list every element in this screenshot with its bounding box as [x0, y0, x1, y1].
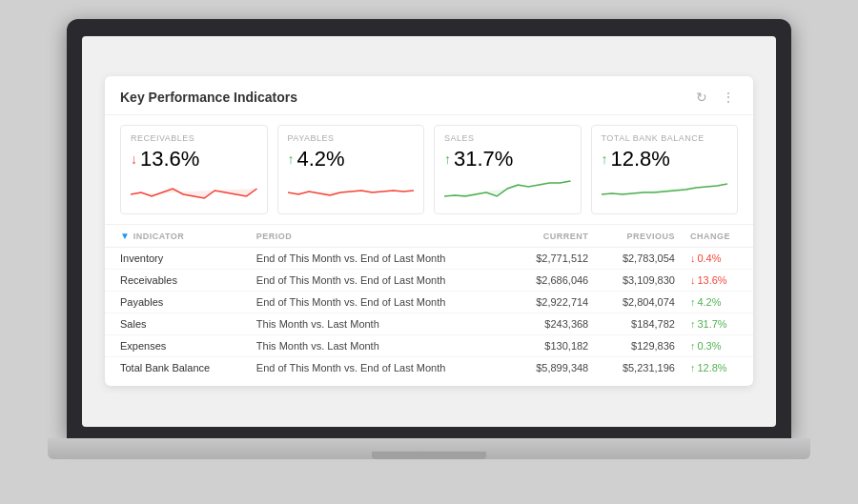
kpi-value-receivables: ↓ 13.6% — [131, 147, 257, 171]
cell-current-1: $2,686,046 — [510, 270, 597, 292]
col-header-period: PERIOD — [249, 225, 510, 248]
change-text-3: 31.7% — [697, 318, 726, 330]
change-text-5: 12.8% — [697, 362, 726, 373]
kpi-cards-row: RECEIVABLES ↓ 13.6% PAYABLES ↑ — [105, 115, 753, 225]
cell-previous-4: $129,836 — [596, 335, 683, 357]
table-row: InventoryEnd of This Month vs. End of La… — [105, 248, 753, 270]
sparkline-bank-balance — [602, 175, 728, 204]
kpi-table: ▼ INDICATOR PERIOD CURRENT PREVIOUS CHAN… — [105, 225, 753, 378]
laptop-base — [48, 438, 810, 459]
change-text-2: 4.2% — [697, 296, 721, 308]
arrow-up-bank-icon: ↑ — [602, 151, 608, 167]
col-header-current: CURRENT — [510, 225, 597, 248]
cell-previous-1: $3,109,830 — [596, 270, 683, 292]
kpi-label-payables: PAYABLES — [288, 133, 415, 143]
dashboard-panel: Key Performance Indicators ↻ ⋮ RECEIVABL… — [105, 76, 753, 386]
col-header-indicator: ▼ INDICATOR — [105, 225, 249, 248]
cell-indicator-5: Total Bank Balance — [105, 357, 249, 379]
cell-current-5: $5,899,348 — [510, 357, 597, 379]
cell-indicator-2: Payables — [105, 292, 249, 313]
sparkline-receivables — [131, 175, 257, 204]
change-text-4: 0.3% — [697, 340, 721, 352]
cell-indicator-3: Sales — [105, 313, 249, 335]
kpi-table-container: ▼ INDICATOR PERIOD CURRENT PREVIOUS CHAN… — [105, 225, 753, 386]
cell-indicator-4: Expenses — [105, 335, 249, 357]
screen: Key Performance Indicators ↻ ⋮ RECEIVABL… — [82, 36, 776, 427]
col-header-change: CHANGE — [683, 225, 753, 248]
refresh-icon[interactable]: ↻ — [692, 88, 711, 107]
screen-bezel: Key Performance Indicators ↻ ⋮ RECEIVABL… — [67, 19, 791, 438]
arrow-down-icon: ↓ — [131, 151, 137, 167]
cell-previous-5: $5,231,196 — [596, 357, 683, 379]
cell-indicator-0: Inventory — [105, 248, 249, 270]
change-up-icon: ↑ — [690, 340, 696, 352]
sort-indicator[interactable]: ▼ — [120, 231, 133, 241]
table-row: ExpensesThis Month vs. Last Month$130,18… — [105, 335, 753, 357]
table-row: PayablesEnd of This Month vs. End of Las… — [105, 292, 753, 313]
table-header-row: ▼ INDICATOR PERIOD CURRENT PREVIOUS CHAN… — [105, 225, 753, 248]
arrow-up-sales-icon: ↑ — [444, 151, 451, 167]
kpi-card-payables: PAYABLES ↑ 4.2% — [277, 125, 425, 214]
cell-current-3: $243,368 — [510, 313, 597, 335]
cell-previous-2: $2,804,074 — [596, 292, 683, 313]
cell-change-1: ↓ 13.6% — [683, 270, 753, 292]
change-text-0: 0.4% — [697, 252, 721, 264]
change-up-icon: ↑ — [690, 318, 696, 330]
change-text-1: 13.6% — [697, 274, 726, 286]
cell-change-5: ↑ 12.8% — [683, 357, 753, 379]
cell-change-4: ↑ 0.3% — [683, 335, 753, 357]
kpi-card-receivables: RECEIVABLES ↓ 13.6% — [120, 125, 268, 214]
cell-change-3: ↑ 31.7% — [683, 313, 753, 335]
kpi-value-bank-balance: ↑ 12.8% — [602, 147, 728, 171]
cell-previous-0: $2,783,054 — [596, 248, 683, 270]
laptop-shell: Key Performance Indicators ↻ ⋮ RECEIVABL… — [57, 19, 801, 486]
cell-current-2: $2,922,714 — [510, 292, 597, 313]
cell-change-0: ↓ 0.4% — [683, 248, 753, 270]
sparkline-payables — [288, 175, 415, 204]
change-up-icon: ↑ — [690, 362, 696, 373]
cell-period-0[interactable]: End of This Month vs. End of Last Month — [249, 248, 510, 270]
cell-current-0: $2,771,512 — [510, 248, 597, 270]
kpi-value-payables: ↑ 4.2% — [288, 147, 415, 171]
kpi-card-bank-balance: TOTAL BANK BALANCE ↑ 12.8% — [591, 125, 739, 214]
cell-period-4[interactable]: This Month vs. Last Month — [249, 335, 510, 357]
sparkline-sales — [444, 175, 571, 204]
dashboard-title: Key Performance Indicators — [120, 90, 297, 105]
kpi-label-receivables: RECEIVABLES — [131, 133, 257, 143]
change-up-icon: ↑ — [690, 296, 696, 308]
table-row: Total Bank BalanceEnd of This Month vs. … — [105, 357, 753, 379]
kpi-label-bank-balance: TOTAL BANK BALANCE — [602, 133, 728, 143]
cell-change-2: ↑ 4.2% — [683, 292, 753, 313]
cell-period-2[interactable]: End of This Month vs. End of Last Month — [249, 292, 510, 313]
cell-period-1[interactable]: End of This Month vs. End of Last Month — [249, 270, 510, 292]
cell-period-3[interactable]: This Month vs. Last Month — [249, 313, 510, 335]
table-row: SalesThis Month vs. Last Month$243,368$1… — [105, 313, 753, 335]
cell-period-5[interactable]: End of This Month vs. End of Last Month — [249, 357, 510, 379]
cell-previous-3: $184,782 — [596, 313, 683, 335]
kpi-label-sales: SALES — [444, 133, 571, 143]
cell-current-4: $130,182 — [510, 335, 597, 357]
kpi-card-sales: SALES ↑ 31.7% — [434, 125, 582, 214]
change-down-icon: ↓ — [690, 252, 696, 264]
arrow-up-icon: ↑ — [288, 151, 295, 167]
more-icon[interactable]: ⋮ — [719, 88, 738, 107]
col-header-previous: PREVIOUS — [596, 225, 683, 248]
header-actions: ↻ ⋮ — [692, 88, 738, 107]
cell-indicator-1: Receivables — [105, 270, 249, 292]
kpi-value-sales: ↑ 31.7% — [444, 147, 571, 171]
change-down-icon: ↓ — [690, 274, 696, 286]
table-row: ReceivablesEnd of This Month vs. End of … — [105, 270, 753, 292]
dashboard-header: Key Performance Indicators ↻ ⋮ — [105, 76, 753, 115]
